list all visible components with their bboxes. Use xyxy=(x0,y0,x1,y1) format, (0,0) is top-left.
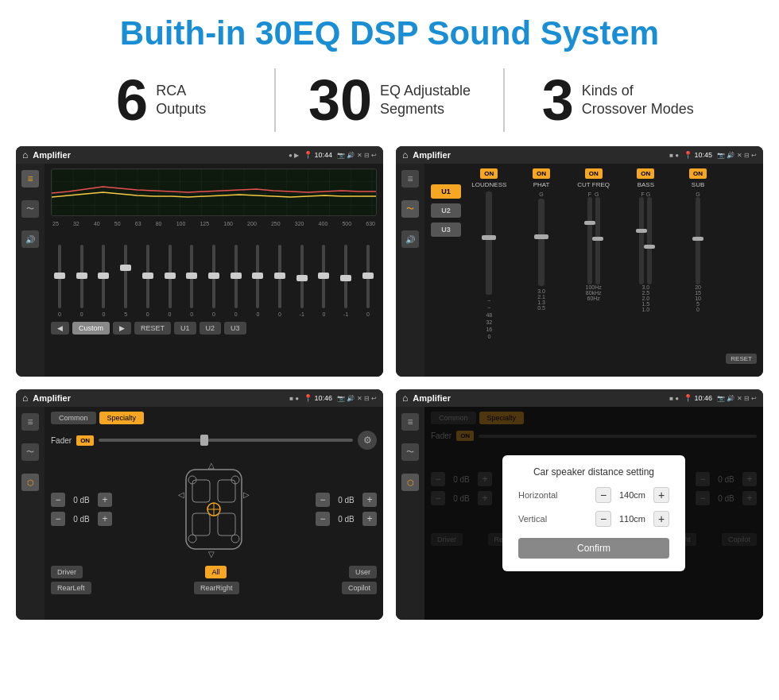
slider-32[interactable]: 0 xyxy=(75,245,89,317)
sub-on[interactable]: ON xyxy=(689,168,707,179)
amp2-reset-btn[interactable]: RESET xyxy=(726,354,757,364)
vol-val-3: 0 dB xyxy=(332,496,360,505)
tab-common[interactable]: Common xyxy=(51,412,96,424)
eq-icon-2[interactable]: ≡ xyxy=(401,170,419,188)
svg-text:△: △ xyxy=(208,461,215,470)
btn-user[interactable]: User xyxy=(349,566,377,578)
vertical-plus-btn[interactable]: + xyxy=(653,511,669,527)
preset-u2[interactable]: U2 xyxy=(431,203,461,218)
vol-plus-3[interactable]: + xyxy=(362,493,377,507)
btn-all[interactable]: All xyxy=(205,566,226,578)
eq-icon[interactable]: ≡ xyxy=(21,170,39,188)
home-icon-2[interactable]: ⌂ xyxy=(402,149,408,160)
slider-200[interactable]: 0 xyxy=(250,245,265,317)
speaker-icon-2[interactable]: 🔊 xyxy=(401,230,419,248)
slider-80[interactable]: 0 xyxy=(163,245,177,317)
eq-play-btn[interactable]: ▶ xyxy=(113,322,131,335)
dialog-box: Car speaker distance setting Horizontal … xyxy=(502,455,685,571)
eq-reset-btn[interactable]: RESET xyxy=(134,322,171,335)
slider-63[interactable]: 0 xyxy=(141,245,155,317)
vol-minus-2[interactable]: − xyxy=(51,512,65,526)
speaker-icon-4[interactable]: ⬡ xyxy=(401,474,419,491)
status-time-4: 📍 10:46 xyxy=(684,394,712,402)
dialog-overlay: Car speaker distance setting Horizontal … xyxy=(424,407,763,620)
speaker-icon[interactable]: 🔊 xyxy=(21,230,39,248)
home-icon-4[interactable]: ⌂ xyxy=(402,393,408,404)
stat-crossover: 3 Kinds ofCrossover Modes xyxy=(505,72,731,129)
status-bar-3: ⌂ Amplifier ■ ● 📍 10:46 📷 🔊 ✕ ⊟ ↩ xyxy=(16,389,383,407)
slider-125[interactable]: 0 xyxy=(207,245,221,317)
slider-500[interactable]: -1 xyxy=(339,245,353,317)
fader-row: Fader ON ⚙ xyxy=(51,431,377,450)
status-time-1: 📍 10:44 xyxy=(304,151,332,159)
eq-icon-3[interactable]: ≡ xyxy=(21,413,39,431)
eq-custom-btn[interactable]: Custom xyxy=(72,322,110,335)
vertical-value: 110cm xyxy=(614,514,650,524)
vol-val-2: 0 dB xyxy=(68,515,95,524)
left-controls-1: ≡ 〜 🔊 xyxy=(16,164,45,377)
speaker-icon-3[interactable]: ⬡ xyxy=(21,474,39,491)
left-controls-4: ≡ 〜 ⬡ xyxy=(396,407,424,620)
vol-minus-1[interactable]: − xyxy=(51,493,65,507)
home-icon-3[interactable]: ⌂ xyxy=(22,393,28,404)
vertical-minus-btn[interactable]: − xyxy=(595,511,611,527)
slider-400[interactable]: 0 xyxy=(316,245,331,317)
eq-u2-btn[interactable]: U2 xyxy=(200,322,222,335)
wave-icon-2[interactable]: 〜 xyxy=(401,200,419,218)
slider-250[interactable]: 0 xyxy=(273,245,287,317)
status-icons-1: 📷 🔊 ✕ ⊟ ↩ xyxy=(337,152,377,159)
channel-loudness: ON LOUDNESS ~~4832160 xyxy=(464,168,514,339)
loudness-on[interactable]: ON xyxy=(480,168,498,179)
slider-100[interactable]: 0 xyxy=(184,245,199,317)
confirm-button[interactable]: Confirm xyxy=(518,538,669,559)
horizontal-plus-btn[interactable]: + xyxy=(653,487,669,503)
slider-50[interactable]: 5 xyxy=(118,245,133,317)
status-time-3: 📍 10:46 xyxy=(304,394,332,402)
status-dots-1: ● ▶ xyxy=(289,152,299,159)
slider-25[interactable]: 0 xyxy=(52,245,67,317)
eq-u1-btn[interactable]: U1 xyxy=(174,322,196,335)
btn-rearleft[interactable]: RearLeft xyxy=(51,582,91,594)
wave-icon-4[interactable]: 〜 xyxy=(401,443,419,461)
slider-630[interactable]: 0 xyxy=(361,245,375,317)
slider-40[interactable]: 0 xyxy=(96,245,110,317)
vol-minus-3[interactable]: − xyxy=(316,493,330,507)
eq-icon-4[interactable]: ≡ xyxy=(401,413,419,431)
stat-number-crossover: 3 xyxy=(542,72,574,129)
bottom-buttons-2: RearLeft RearRight Copilot xyxy=(51,582,377,594)
preset-u3[interactable]: U3 xyxy=(431,222,461,237)
horizontal-value: 140cm xyxy=(614,490,650,500)
status-title-3: Amplifier xyxy=(33,393,285,403)
status-bar-1: ⌂ Amplifier ● ▶ 📍 10:44 📷 🔊 ✕ ⊟ ↩ xyxy=(16,146,383,164)
vol-minus-4[interactable]: − xyxy=(316,512,330,526)
fader-on-btn[interactable]: ON xyxy=(76,435,94,446)
slider-160[interactable]: 0 xyxy=(229,245,243,317)
preset-u1[interactable]: U1 xyxy=(431,184,461,199)
bass-on[interactable]: ON xyxy=(637,168,654,179)
settings-icon[interactable]: ⚙ xyxy=(358,431,377,450)
eq-bottom: ◀ Custom ▶ RESET U1 U2 U3 xyxy=(51,322,377,335)
eq-prev-btn[interactable]: ◀ xyxy=(51,322,69,335)
vol-plus-4[interactable]: + xyxy=(362,512,377,526)
status-icons-3: 📷 🔊 ✕ ⊟ ↩ xyxy=(337,395,377,402)
horizontal-minus-btn[interactable]: − xyxy=(595,487,611,503)
wave-icon[interactable]: 〜 xyxy=(21,200,39,218)
tab-specialty[interactable]: Specialty xyxy=(99,412,145,424)
svg-text:◁: ◁ xyxy=(178,490,184,499)
slider-320[interactable]: -1 xyxy=(295,245,309,317)
screen-crossover-dialog: ⌂ Amplifier ■ ● 📍 10:46 📷 🔊 ✕ ⊟ ↩ ≡ 〜 ⬡ … xyxy=(396,389,763,620)
status-bar-2: ⌂ Amplifier ■ ● 📍 10:45 📷 🔊 ✕ ⊟ ↩ xyxy=(396,146,763,164)
eq-u3-btn[interactable]: U3 xyxy=(224,322,246,335)
wave-icon-3[interactable]: 〜 xyxy=(21,443,39,461)
vol-plus-1[interactable]: + xyxy=(98,493,112,507)
dialog-vertical-row: Vertical − 110cm + xyxy=(518,511,669,527)
vol-plus-2[interactable]: + xyxy=(98,512,112,526)
stat-text-eq: EQ AdjustableSegments xyxy=(380,82,471,119)
btn-copilot[interactable]: Copilot xyxy=(342,582,377,594)
phat-on[interactable]: ON xyxy=(533,168,550,179)
btn-driver[interactable]: Driver xyxy=(51,566,83,578)
btn-rearright[interactable]: RearRight xyxy=(194,582,239,594)
stat-rca: 6 RCAOutputs xyxy=(48,72,274,129)
home-icon[interactable]: ⌂ xyxy=(22,149,28,160)
cutfreq-on[interactable]: ON xyxy=(585,168,603,179)
